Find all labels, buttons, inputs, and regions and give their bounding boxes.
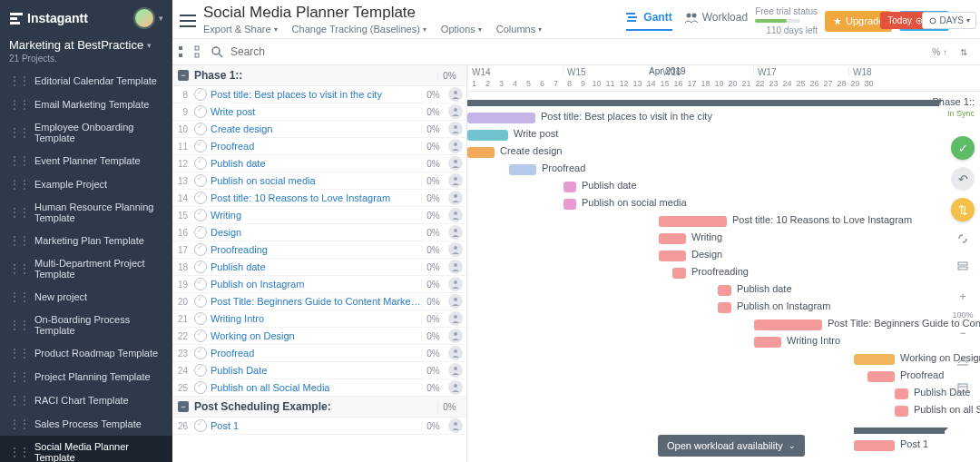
assignee-placeholder[interactable] [448,380,463,395]
gantt-bar[interactable] [718,302,731,313]
sidebar-item[interactable]: ⋮⋮Project Planning Template [0,365,172,388]
task-name[interactable]: Proofreading [211,244,421,255]
gantt-bar[interactable] [659,216,727,227]
collapse-icon[interactable]: − [178,70,189,81]
task-name[interactable]: Design [211,227,421,238]
task-name[interactable]: Publish date [211,261,421,272]
link-tool[interactable] [953,229,973,249]
sidebar-item[interactable]: ⋮⋮Product Roadmap Template [0,341,172,365]
layers-tool[interactable] [953,256,973,276]
sidebar-item[interactable]: ⋮⋮Email Marketing Template [0,93,172,116]
sidebar-item[interactable]: ⋮⋮Example Project [0,172,172,196]
gantt-bar[interactable] [854,354,895,365]
task-name[interactable]: Publish on social media [211,175,421,186]
sidebar-item[interactable]: ⋮⋮Marketing Plan Template [0,229,172,252]
group-bar[interactable] [467,100,939,106]
task-row[interactable]: 20 Post Title: Beginners Guide to Conten… [172,293,466,310]
group-row[interactable]: −Phase 1::0% [172,65,466,86]
assignee-placeholder[interactable] [448,139,463,153]
task-checkbox[interactable] [194,192,207,204]
gantt-bar[interactable] [467,113,535,123]
task-checkbox[interactable] [194,295,207,308]
task-name[interactable]: Publish date [211,158,421,169]
assignee-placeholder[interactable] [448,311,463,326]
assignee-placeholder[interactable] [448,294,463,309]
task-checkbox[interactable] [194,140,207,152]
task-name[interactable]: Proofread [211,348,421,359]
task-row[interactable]: 24 Publish Date 0% [172,362,466,379]
task-name[interactable]: Post 1 [211,420,421,431]
zoom-in[interactable]: + [953,287,973,307]
sidebar-item[interactable]: ⋮⋮On-Boarding Process Template [0,309,172,341]
sort-toggle[interactable]: % ↑ [928,45,951,59]
task-name[interactable]: Create design [211,123,421,134]
undo-button[interactable]: ↶ [951,167,975,191]
task-name[interactable]: Writing Intro [211,313,421,324]
group-bar[interactable] [854,428,945,434]
sidebar-item[interactable]: ⋮⋮New project [0,285,172,309]
assignee-placeholder[interactable] [448,260,463,274]
gantt-bar[interactable] [509,164,536,175]
gantt-bar[interactable] [564,182,576,192]
task-row[interactable]: 14 Post title: 10 Reasons to Love Instag… [172,190,466,207]
assignee-placeholder[interactable] [448,277,463,291]
assignee-placeholder[interactable] [448,156,463,171]
task-name[interactable]: Publish on Instagram [211,279,421,290]
assignee-placeholder[interactable] [448,346,463,360]
sidebar-item[interactable]: ⋮⋮Employee Onboarding Template [0,116,172,149]
user-avatar[interactable] [133,7,155,29]
calendar-tool[interactable] [953,378,973,398]
sync-ok-button[interactable]: ✓ [951,136,975,160]
task-checkbox[interactable] [194,329,207,342]
swap-button[interactable]: ⇅ [951,198,975,221]
menu-icon[interactable] [180,15,196,27]
gantt-bar[interactable] [467,147,495,158]
gantt-bar[interactable] [754,319,822,330]
search-icon[interactable] [211,45,223,58]
task-checkbox[interactable] [194,364,207,377]
task-name[interactable]: Post Title: Beginners Guide to Content M… [211,296,421,307]
task-row[interactable]: 15 Writing 0% [172,207,466,224]
gantt-bar[interactable] [854,440,895,451]
task-checkbox[interactable] [194,381,207,394]
tab-workload[interactable]: Workload [685,11,748,31]
workspace-selector[interactable]: Marketing at BestPractice ▾ [0,33,172,54]
task-row[interactable]: 22 Working on Design 0% [172,328,466,345]
task-checkbox[interactable] [194,105,207,118]
gantt-bar[interactable] [564,199,576,210]
gantt-body[interactable]: Phase 1:: In Sync Post title: Best place… [467,92,980,462]
task-row[interactable]: 19 Publish on Instagram 0% [172,276,466,293]
assignee-placeholder[interactable] [448,191,463,205]
task-name[interactable]: Post title: Best places to visit in the … [211,89,421,100]
assignee-placeholder[interactable] [448,363,463,378]
collapse-all-icon[interactable] [194,45,207,58]
task-checkbox[interactable] [194,123,207,135]
sidebar-item[interactable]: ⋮⋮Human Resource Planning Template [0,196,172,229]
task-checkbox[interactable] [194,347,207,359]
zoom-out[interactable]: − [953,323,973,343]
gantt-bar[interactable] [659,251,686,261]
task-checkbox[interactable] [194,260,207,273]
assignee-placeholder[interactable] [448,122,463,136]
brand-logo[interactable]: Instagantt [9,11,88,25]
assignee-placeholder[interactable] [448,173,463,188]
task-checkbox[interactable] [194,419,207,432]
sidebar-item[interactable]: ⋮⋮Multi-Department Project Template [0,252,172,285]
task-checkbox[interactable] [194,88,207,101]
task-row[interactable]: 25 Publish on all Social Media 0% [172,379,466,397]
task-row[interactable]: 13 Publish on social media 0% [172,172,466,190]
task-row[interactable]: 10 Create design 0% [172,121,466,138]
gantt-bar[interactable] [895,388,908,399]
task-row[interactable]: 11 Proofread 0% [172,138,466,155]
task-row[interactable]: 16 Design 0% [172,224,466,241]
task-checkbox[interactable] [194,312,207,325]
gantt-bar[interactable] [754,337,781,348]
assignee-placeholder[interactable] [448,242,463,257]
task-row[interactable]: 9 Write post 0% [172,103,466,121]
assignee-placeholder[interactable] [448,418,463,433]
collapse-icon[interactable]: − [178,401,189,412]
assignee-placeholder[interactable] [448,208,463,222]
bookmark-tool[interactable] [953,350,973,370]
task-name[interactable]: Writing [211,210,421,221]
task-checkbox[interactable] [194,226,207,239]
